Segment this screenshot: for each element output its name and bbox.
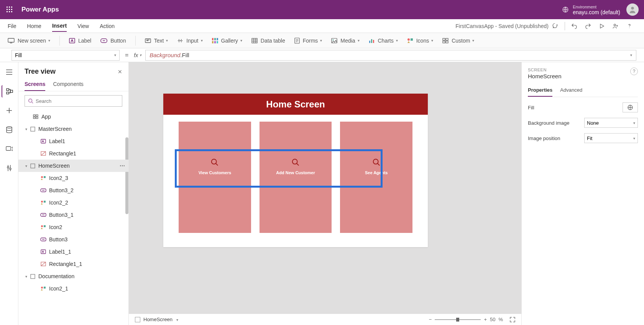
insert-text-menu[interactable]: Text▾ — [145, 38, 168, 44]
screen-header[interactable]: Home Screen — [163, 94, 428, 115]
tree-node[interactable]: Label1_1 — [18, 246, 128, 258]
menu-file[interactable]: File — [8, 21, 16, 31]
insert-gallery-menu[interactable]: Gallery▾ — [212, 38, 242, 44]
share-button[interactable] — [609, 19, 623, 33]
node-label: Documentation — [38, 273, 74, 279]
node-label: Icon2 — [49, 224, 62, 230]
menu-insert[interactable]: Insert — [52, 20, 67, 32]
data-rail-button[interactable] — [2, 124, 17, 136]
image-position-select[interactable]: Fit ▾ — [584, 133, 638, 143]
artboard[interactable]: Home Screen View Customers Add New Custo… — [163, 94, 428, 247]
tree-node[interactable]: App — [18, 111, 128, 123]
close-button[interactable]: ✕ — [118, 69, 122, 75]
preview-button[interactable] — [595, 19, 609, 33]
menu-home[interactable]: Home — [27, 21, 41, 31]
media-rail-button[interactable] — [2, 143, 17, 155]
chevron-down-icon: ▾ — [48, 38, 50, 43]
tools-rail-button[interactable] — [2, 162, 17, 174]
svg-rect-46 — [36, 117, 38, 119]
user-avatar[interactable] — [626, 3, 639, 16]
menu-view[interactable]: View — [77, 21, 89, 31]
more-button[interactable]: ⋯ — [120, 163, 125, 169]
svg-point-42 — [29, 99, 32, 102]
treeview-rail-button[interactable] — [2, 85, 17, 97]
current-screen-selector[interactable]: HomeScreen ▾ — [143, 317, 178, 322]
help-icon[interactable]: ? — [630, 68, 638, 75]
new-screen-button[interactable]: New screen▾ — [8, 38, 50, 44]
insert-charts-menu[interactable]: Charts▾ — [369, 38, 398, 44]
tree-node[interactable]: Icon2 — [18, 221, 128, 233]
insert-rail-button[interactable] — [2, 104, 17, 117]
tree-node[interactable]: Label1 — [18, 135, 128, 147]
svg-rect-39 — [6, 147, 11, 150]
tab-components[interactable]: Components — [53, 79, 83, 91]
tab-advanced[interactable]: Advanced — [560, 85, 582, 97]
chevron-down-icon: ▾ — [240, 38, 242, 43]
insert-icons-menu[interactable]: Icons▾ — [407, 38, 433, 44]
separator — [135, 36, 136, 46]
svg-rect-30 — [411, 38, 413, 41]
app-launcher-button[interactable] — [0, 0, 19, 19]
bg-image-select[interactable]: None ▾ — [584, 118, 638, 128]
redo-button[interactable] — [581, 19, 595, 33]
svg-rect-47 — [31, 127, 35, 131]
node-label: Rectangle1 — [49, 150, 76, 157]
search-input[interactable] — [25, 95, 122, 107]
svg-rect-55 — [44, 201, 46, 203]
zoom-slider[interactable] — [435, 319, 481, 320]
svg-rect-16 — [212, 38, 214, 40]
tree-node[interactable]: ▾Documentation — [18, 270, 128, 282]
fill-color-picker[interactable] — [623, 102, 638, 112]
help-button[interactable] — [623, 19, 636, 33]
insert-input-menu[interactable]: Input▾ — [177, 38, 202, 44]
insert-label-button[interactable]: Label — [69, 38, 91, 44]
app-checker-button[interactable] — [549, 19, 562, 33]
chevron-down-icon: ▾ — [176, 318, 178, 322]
svg-rect-34 — [446, 41, 448, 43]
canvas-area[interactable]: Home Screen View Customers Add New Custo… — [129, 62, 521, 325]
tree-node[interactable]: Icon2_2 — [18, 196, 128, 209]
node-label: Label1 — [49, 138, 65, 144]
tree-node[interactable]: Rectangle1 — [18, 147, 128, 160]
node-label: MasterScreen — [38, 126, 72, 132]
formula-input[interactable]: Background.Fill ▾ — [145, 50, 636, 61]
menu-action[interactable]: Action — [100, 21, 115, 31]
zoom-in-button[interactable]: + — [484, 317, 487, 322]
tree-node[interactable]: ▾HomeScreen⋯ — [18, 160, 128, 172]
node-label: Button3_2 — [49, 187, 74, 193]
insert-forms-menu[interactable]: Forms▾ — [294, 38, 322, 44]
environment-name: enayu.com (default) — [573, 10, 620, 15]
tree-node[interactable]: Icon2_3 — [18, 172, 128, 184]
chevron-down-icon: ▾ — [201, 38, 203, 43]
undo-button[interactable] — [567, 19, 581, 33]
screen-checkbox[interactable] — [135, 317, 140, 322]
insert-media-menu[interactable]: Media▾ — [331, 38, 359, 44]
tree-node[interactable]: Button3_1 — [18, 209, 128, 221]
chevron-down-icon: ▾ — [166, 38, 168, 43]
node-label: Icon2_1 — [49, 285, 68, 292]
chevron-down-icon[interactable]: ▾ — [23, 164, 29, 168]
insert-custom-menu[interactable]: Custom▾ — [442, 38, 474, 44]
chevron-down-icon[interactable]: ▾ — [23, 127, 29, 131]
zoom-out-button[interactable]: − — [429, 317, 432, 322]
fit-to-window-button[interactable] — [510, 317, 515, 322]
tree-node[interactable]: Button3_2 — [18, 184, 128, 196]
tree-node[interactable]: Icon2_1 — [18, 282, 128, 295]
chevron-down-icon[interactable]: ▾ — [23, 274, 29, 279]
environment-picker[interactable]: Environment enayu.com (default) — [562, 4, 620, 15]
svg-rect-62 — [31, 274, 35, 279]
property-selector[interactable]: Fill ▾ — [12, 50, 120, 61]
global-header: Power Apps Environment enayu.com (defaul… — [0, 0, 644, 19]
tree-node[interactable]: Rectangle1_1 — [18, 258, 128, 270]
tab-screens[interactable]: Screens — [25, 79, 45, 91]
svg-rect-36 — [7, 92, 9, 94]
hamburger-button[interactable] — [2, 66, 17, 78]
screen-icon — [8, 38, 15, 43]
insert-button-button[interactable]: Button — [100, 38, 126, 44]
fx-button[interactable]: fx▾ — [134, 52, 141, 58]
tree-node[interactable]: Button3 — [18, 233, 128, 246]
insert-datatable-button[interactable]: Data table — [251, 38, 285, 44]
tab-properties[interactable]: Properties — [528, 85, 552, 97]
tree-node[interactable]: ▾MasterScreen — [18, 123, 128, 135]
separator — [565, 22, 565, 30]
